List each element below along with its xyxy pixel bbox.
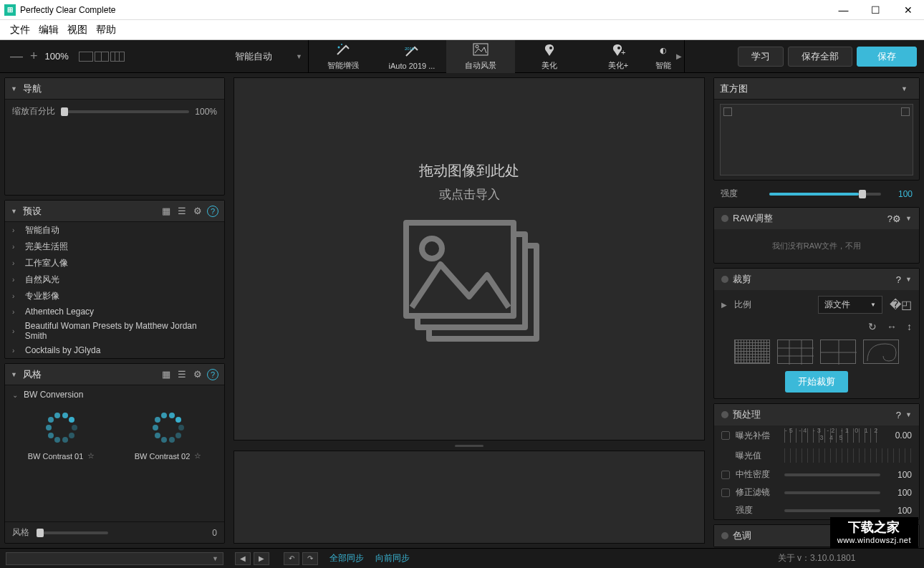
layout-single-icon[interactable] — [79, 52, 93, 62]
prev-button[interactable]: ◀ — [235, 552, 251, 565]
intensity-slider[interactable] — [769, 193, 881, 196]
collapse-icon[interactable]: ▼ — [11, 85, 17, 92]
help-icon[interactable]: ? — [896, 274, 901, 285]
clip-highlight-checkbox[interactable] — [901, 107, 910, 116]
led-icon — [721, 411, 728, 418]
save-all-button[interactable]: 保存全部 — [788, 47, 852, 67]
minimize-button[interactable]: — — [827, 0, 860, 20]
maximize-button[interactable]: ☐ — [860, 0, 892, 20]
status-dropdown[interactable]: ▼ — [6, 552, 223, 565]
tool-beautify[interactable]: 美化 — [515, 40, 584, 73]
preset-item[interactable]: ›自然风光 — [5, 271, 224, 288]
raw-panel: RAW调整?⚙▼ 我们没有RAW文件，不用 — [713, 207, 920, 264]
preset-item[interactable]: ›Cocktails by JGlyda — [5, 343, 224, 357]
next-button[interactable]: ▶ — [254, 552, 269, 565]
flip-v-icon[interactable]: ↕ — [907, 321, 912, 332]
redo-button[interactable]: ↷ — [302, 552, 318, 565]
crop-grid-spiral[interactable] — [863, 340, 899, 364]
histogram-panel: 直方图▼ — [713, 77, 920, 180]
grid-view-icon[interactable]: ▦ — [160, 368, 173, 381]
splitter-handle[interactable] — [234, 443, 705, 448]
start-crop-button[interactable]: 开始裁剪 — [785, 371, 848, 393]
preset-item[interactable]: ›Beautiful Woman Presets by Matthew Jord… — [5, 319, 224, 343]
sync-forward-link[interactable]: 向前同步 — [375, 552, 410, 564]
style-tile-2[interactable]: BW Contrast 02☆ — [117, 410, 218, 461]
gear-icon[interactable]: ⚙ — [191, 368, 204, 381]
zoom-in-button[interactable]: + — [30, 49, 38, 64]
tool-smart[interactable]: ◐ 智能 — [653, 40, 674, 73]
tool-scroll-right[interactable]: ▶ — [674, 40, 684, 73]
collapse-icon[interactable]: ▼ — [905, 215, 912, 222]
gear-icon[interactable]: ⚙ — [191, 205, 204, 218]
intensity-value: 100 — [887, 189, 913, 199]
collapse-icon[interactable]: ▼ — [11, 371, 17, 378]
preset-list[interactable]: ›智能自动›完美生活照›工作室人像›自然风光›专业影像›Athentech Le… — [5, 222, 224, 358]
lens-slider[interactable] — [784, 491, 880, 494]
lens-checkbox[interactable] — [721, 488, 730, 497]
star-icon[interactable]: ☆ — [87, 451, 95, 461]
menu-help[interactable]: 帮助 — [96, 24, 116, 37]
canvas-drop-area[interactable]: 拖动图像到此处 或点击导入 — [234, 77, 705, 441]
led-icon — [721, 532, 728, 539]
help-icon[interactable]: ? — [896, 410, 901, 420]
layout-split-icon[interactable] — [95, 52, 109, 62]
style-tile-1[interactable]: BW Contrast 01☆ — [11, 410, 112, 461]
exposure-val-ruler[interactable] — [784, 448, 912, 463]
neutral-slider[interactable] — [784, 473, 880, 476]
collapse-icon[interactable]: ▼ — [905, 411, 912, 418]
scale-slider[interactable] — [61, 110, 189, 113]
exposure-ruler[interactable]: -5 -4 -3 -2 -1 0 1 2 3 4 5 — [784, 428, 880, 443]
zoom-out-button[interactable]: — — [10, 49, 23, 64]
collapse-icon[interactable]: ▼ — [901, 85, 908, 92]
style-category[interactable]: ⌄BW Conversion — [5, 385, 224, 404]
tool-enhance[interactable]: 智能增强 — [309, 40, 377, 73]
preset-item[interactable]: ›工作室人像 — [5, 255, 224, 271]
preset-item[interactable]: ›Fabulous Fireworks — [5, 357, 224, 358]
menu-file[interactable]: 文件 — [10, 24, 30, 37]
sync-all-link[interactable]: 全部同步 — [329, 552, 364, 564]
raw-title: RAW调整 — [733, 212, 773, 225]
strength-slider[interactable] — [784, 509, 880, 512]
flip-h-icon[interactable]: ↔ — [887, 321, 897, 332]
neutral-checkbox[interactable] — [721, 471, 730, 479]
close-button[interactable]: ✕ — [892, 0, 924, 20]
ratio-dropdown[interactable]: 源文件▼ — [818, 296, 882, 314]
collapse-icon[interactable]: ▼ — [11, 208, 17, 215]
preset-item[interactable]: ›完美生活照 — [5, 239, 224, 255]
undo-button[interactable]: ↶ — [284, 552, 299, 565]
crop-grid-thirds[interactable] — [777, 340, 813, 364]
led-icon — [721, 276, 728, 283]
menu-view[interactable]: 视图 — [67, 24, 87, 37]
svg-point-4 — [476, 45, 478, 48]
exposure-checkbox[interactable] — [721, 431, 730, 440]
preset-item[interactable]: ›智能自动 — [5, 222, 224, 239]
collapse-icon[interactable]: ▼ — [905, 276, 912, 283]
grid-view-icon[interactable]: ▦ — [160, 205, 173, 218]
save-button[interactable]: 保存 — [857, 47, 917, 67]
rotate-icon[interactable]: ↻ — [868, 321, 877, 332]
clip-shadow-checkbox[interactable] — [723, 107, 732, 116]
help-icon[interactable]: ? — [207, 206, 218, 217]
help-icon[interactable]: ? — [207, 369, 218, 380]
star-icon[interactable]: ☆ — [194, 451, 201, 461]
tool-beautify-plus[interactable]: + 美化+ — [584, 40, 653, 73]
crop-grid-half[interactable] — [820, 340, 856, 364]
preprocess-panel: 预处理?▼ 曝光补偿-5 -4 -3 -2 -1 0 1 2 3 4 50.00… — [713, 403, 920, 520]
list-view-icon[interactable]: ☰ — [175, 368, 188, 381]
preset-item[interactable]: ›专业影像 — [5, 288, 224, 304]
preset-item[interactable]: ›Athentech Legacy — [5, 304, 224, 319]
menu-edit[interactable]: 编辑 — [39, 24, 59, 37]
crop-icon[interactable]: �◰ — [890, 298, 912, 312]
layout-triple-icon[interactable] — [110, 52, 125, 62]
learn-button[interactable]: 学习 — [738, 47, 784, 67]
help-icon[interactable]: ? — [887, 213, 892, 224]
gear-icon[interactable]: ⚙ — [892, 213, 901, 224]
tool-iauto[interactable]: 2019 iAuto 2019 ... — [377, 40, 446, 73]
crop-grid-dense[interactable] — [734, 340, 770, 364]
tool-landscape[interactable]: 自动风景 — [446, 40, 515, 73]
list-view-icon[interactable]: ☰ — [175, 205, 188, 218]
chevron-right-icon[interactable]: ▶ — [721, 301, 727, 309]
preset-dropdown[interactable]: 智能自动▼ — [229, 50, 308, 63]
filmstrip[interactable] — [234, 451, 705, 544]
style-slider[interactable] — [37, 531, 108, 534]
